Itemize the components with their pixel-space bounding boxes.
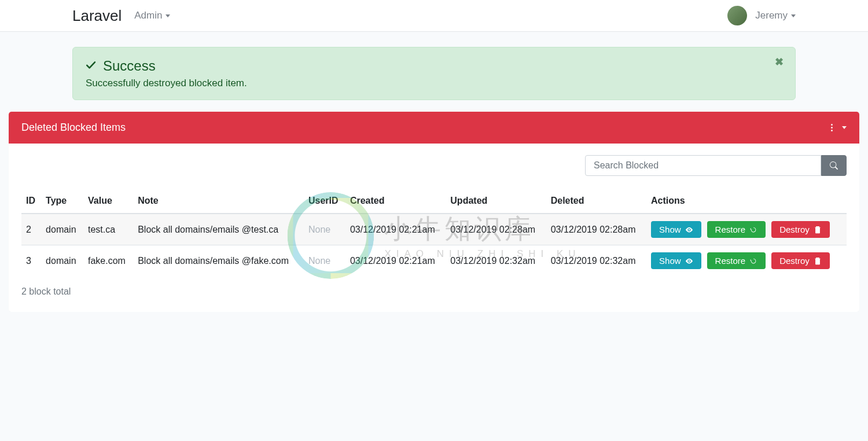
restore-button[interactable]: Restore <box>707 221 766 238</box>
cell-userid: None <box>304 245 345 277</box>
show-button[interactable]: Show <box>651 252 701 269</box>
navbar: Laravel Admin Jeremy <box>0 0 868 32</box>
search-input[interactable] <box>585 155 821 176</box>
admin-dropdown[interactable]: Admin <box>134 10 170 21</box>
brand-link[interactable]: Laravel <box>72 7 122 25</box>
th-id: ID <box>21 189 41 214</box>
user-name: Jeremy <box>755 10 788 21</box>
check-icon <box>86 60 97 72</box>
cell-deleted: 03/12/2019 02:28am <box>546 214 646 245</box>
search-group <box>585 155 847 176</box>
cell-note: Block all domains/emails @fake.com <box>133 245 304 277</box>
th-value: Value <box>83 189 133 214</box>
table-row: 2 domain test.ca Block all domains/email… <box>21 214 847 245</box>
blocked-items-table: ID Type Value Note UserID Created Update… <box>21 189 847 276</box>
th-deleted: Deleted <box>546 189 646 214</box>
header-dropdown-icon[interactable] <box>842 126 847 129</box>
cell-type: domain <box>41 245 83 277</box>
cell-type: domain <box>41 214 83 245</box>
footer-count: 2 block total <box>21 286 847 297</box>
restore-button[interactable]: Restore <box>707 252 766 269</box>
th-note: Note <box>133 189 304 214</box>
th-actions: Actions <box>646 189 847 214</box>
show-button[interactable]: Show <box>651 221 701 238</box>
th-userid: UserID <box>304 189 345 214</box>
avatar[interactable] <box>727 6 747 25</box>
cell-created: 03/12/2019 02:21am <box>345 214 446 245</box>
cell-deleted: 03/12/2019 02:32am <box>546 245 646 277</box>
svg-point-0 <box>688 229 690 230</box>
alert-close-button[interactable]: ✖ <box>775 56 784 68</box>
destroy-button[interactable]: Destroy <box>771 252 830 269</box>
eye-icon <box>685 257 693 265</box>
success-alert: ✖ Success Successfully destroyed blocked… <box>72 47 796 100</box>
alert-message: Successfully destroyed blocked item. <box>86 78 782 89</box>
cell-value: test.ca <box>83 214 133 245</box>
cell-userid: None <box>304 214 345 245</box>
history-icon <box>749 257 757 265</box>
alert-title: Success <box>103 58 156 74</box>
table-row: 3 domain fake.com Block all domains/emai… <box>21 245 847 277</box>
more-menu-icon[interactable] <box>831 124 833 131</box>
destroy-button[interactable]: Destroy <box>771 221 830 238</box>
trash-icon <box>814 226 822 234</box>
cell-note: Block all domains/emails @test.ca <box>133 214 304 245</box>
eye-icon <box>685 226 693 234</box>
cell-id: 3 <box>21 245 41 277</box>
cell-updated: 03/12/2019 02:32am <box>446 245 546 277</box>
caret-down-icon <box>791 14 796 17</box>
history-icon <box>749 226 757 234</box>
deleted-items-card: Deleted Blocked Items ID Typ <box>9 112 859 312</box>
trash-icon <box>814 257 822 265</box>
cell-value: fake.com <box>83 245 133 277</box>
svg-point-1 <box>688 260 690 262</box>
card-header: Deleted Blocked Items <box>9 112 859 144</box>
th-updated: Updated <box>446 189 546 214</box>
cell-updated: 03/12/2019 02:28am <box>446 214 546 245</box>
th-created: Created <box>345 189 446 214</box>
card-title: Deleted Blocked Items <box>21 122 126 134</box>
th-type: Type <box>41 189 83 214</box>
admin-label: Admin <box>134 10 162 21</box>
search-icon <box>830 161 838 170</box>
user-dropdown[interactable]: Jeremy <box>755 10 796 21</box>
search-button[interactable] <box>821 155 847 176</box>
caret-down-icon <box>165 14 170 17</box>
cell-id: 2 <box>21 214 41 245</box>
cell-created: 03/12/2019 02:21am <box>345 245 446 277</box>
